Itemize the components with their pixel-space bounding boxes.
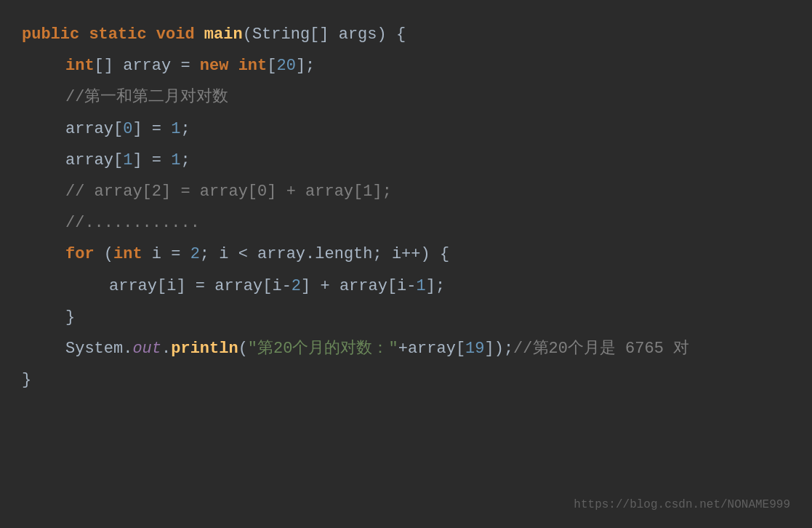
code-line-3: //第一和第二月对对数: [22, 84, 790, 110]
code-line-9: array[i] = array[i-2] + array[i-1];: [22, 273, 790, 299]
code-line-5: array[1] = 1;: [22, 148, 790, 173]
code-line-6: // array[2] = array[0] + array[1];: [22, 179, 790, 204]
code-line-8: for (int i = 2; i < array.length; i++) {: [22, 241, 790, 267]
code-line-2: int[] array = new int[20];: [22, 53, 790, 79]
code-line-4: array[0] = 1;: [22, 116, 790, 142]
footer-url: https://blog.csdn.net/NONAME999: [574, 496, 790, 515]
code-line-7: //............: [22, 210, 790, 236]
code-line-12: }: [22, 367, 790, 393]
code-line-10: }: [22, 305, 790, 330]
code-editor: public static void main(String[] args) {…: [0, 0, 812, 528]
code-line-11: System.out.println("第20个月的对数："+array[19]…: [22, 336, 790, 361]
code-line-1: public static void main(String[] args) {: [22, 22, 790, 47]
